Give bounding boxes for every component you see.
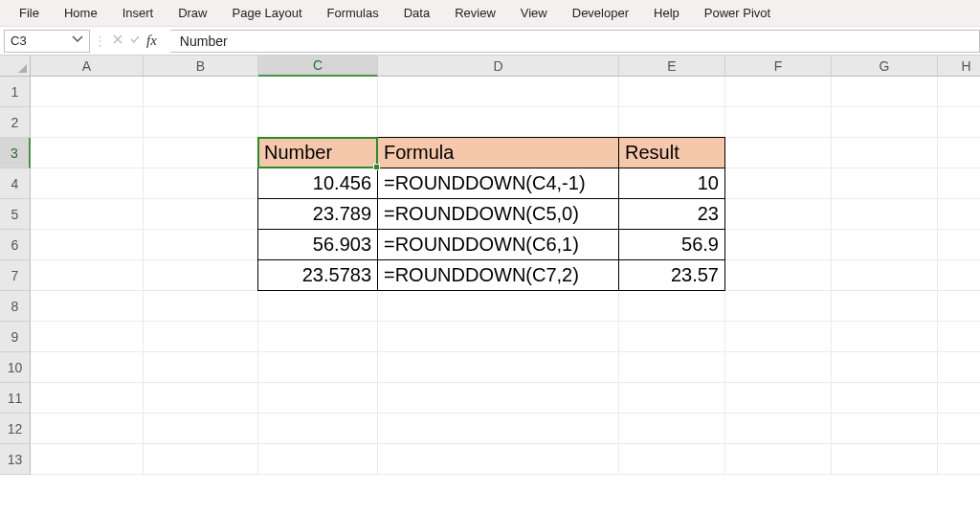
ribbon-tab-home[interactable]: Home <box>53 2 109 24</box>
cell-A13[interactable] <box>31 444 144 475</box>
cell-B13[interactable] <box>144 444 258 475</box>
cell-E9[interactable] <box>619 322 725 352</box>
row-header-12[interactable]: 12 <box>0 414 31 444</box>
cell-H10[interactable] <box>938 352 980 383</box>
ribbon-tab-data[interactable]: Data <box>392 2 441 24</box>
cell-H3[interactable] <box>938 138 980 168</box>
cell-D7[interactable]: =ROUNDDOWN(C7,2) <box>377 259 619 291</box>
col-header-A[interactable]: A <box>31 56 144 77</box>
ribbon-tab-power-pivot[interactable]: Power Pivot <box>693 2 782 24</box>
ribbon-tab-page-layout[interactable]: Page Layout <box>221 2 314 24</box>
cell-B9[interactable] <box>144 322 258 352</box>
cell-C12[interactable] <box>258 414 378 444</box>
cell-B11[interactable] <box>144 383 258 414</box>
cell-E4[interactable]: 10 <box>618 168 725 199</box>
cell-G10[interactable] <box>832 352 938 383</box>
cell-F9[interactable] <box>725 322 832 352</box>
col-header-G[interactable]: G <box>832 56 938 77</box>
col-header-B[interactable]: B <box>144 56 258 77</box>
row-header-3[interactable]: 3 <box>0 138 31 168</box>
cell-C8[interactable] <box>258 291 378 322</box>
cell-B4[interactable] <box>144 168 258 199</box>
cell-H2[interactable] <box>938 107 980 138</box>
cell-E12[interactable] <box>619 414 725 444</box>
cell-H8[interactable] <box>938 291 980 322</box>
chevron-down-icon[interactable] <box>72 34 83 48</box>
cell-H13[interactable] <box>938 444 980 475</box>
name-box[interactable]: C3 <box>4 30 90 53</box>
cell-H11[interactable] <box>938 383 980 414</box>
select-all-corner[interactable] <box>0 56 31 77</box>
row-header-2[interactable]: 2 <box>0 107 31 138</box>
cell-A3[interactable] <box>31 138 144 168</box>
cell-F4[interactable] <box>725 168 832 199</box>
cell-B8[interactable] <box>144 291 258 322</box>
cell-G12[interactable] <box>832 414 938 444</box>
cell-E10[interactable] <box>619 352 725 383</box>
cell-C3[interactable]: Number <box>257 137 378 168</box>
cell-H9[interactable] <box>938 322 980 352</box>
cell-B1[interactable] <box>144 77 258 107</box>
col-header-C[interactable]: C <box>258 56 378 77</box>
cell-D13[interactable] <box>378 444 619 475</box>
ribbon-tab-file[interactable]: File <box>8 2 51 24</box>
ribbon-tab-draw[interactable]: Draw <box>167 2 218 24</box>
cell-C5[interactable]: 23.789 <box>257 198 378 230</box>
cell-B10[interactable] <box>144 352 258 383</box>
cell-G7[interactable] <box>832 260 938 291</box>
cell-A10[interactable] <box>31 352 144 383</box>
cell-C7[interactable]: 23.5783 <box>257 259 378 291</box>
cell-F3[interactable] <box>725 138 832 168</box>
cell-G11[interactable] <box>832 383 938 414</box>
cell-G5[interactable] <box>832 199 938 230</box>
cell-C4[interactable]: 10.456 <box>257 168 378 199</box>
cell-C9[interactable] <box>258 322 378 352</box>
cell-F10[interactable] <box>725 352 832 383</box>
ribbon-tab-view[interactable]: View <box>509 2 559 24</box>
col-header-F[interactable]: F <box>725 56 832 77</box>
cell-D11[interactable] <box>378 383 619 414</box>
col-header-D[interactable]: D <box>378 56 619 77</box>
cell-G6[interactable] <box>832 230 938 260</box>
enter-icon[interactable] <box>129 34 141 48</box>
cell-G13[interactable] <box>832 444 938 475</box>
cell-H4[interactable] <box>938 168 980 199</box>
cell-G4[interactable] <box>832 168 938 199</box>
cancel-icon[interactable] <box>112 34 123 48</box>
cell-B2[interactable] <box>144 107 258 138</box>
cell-C6[interactable]: 56.903 <box>257 229 378 260</box>
cell-A5[interactable] <box>31 199 144 230</box>
cell-A12[interactable] <box>31 414 144 444</box>
row-header-9[interactable]: 9 <box>0 322 31 352</box>
cell-A4[interactable] <box>31 168 144 199</box>
cell-D9[interactable] <box>378 322 619 352</box>
ribbon-tab-formulas[interactable]: Formulas <box>316 2 390 24</box>
cell-E8[interactable] <box>619 291 725 322</box>
col-header-H[interactable]: H <box>938 56 980 77</box>
cell-C2[interactable] <box>258 107 378 138</box>
row-header-4[interactable]: 4 <box>0 168 31 199</box>
cell-E13[interactable] <box>619 444 725 475</box>
row-header-10[interactable]: 10 <box>0 352 31 383</box>
row-header-11[interactable]: 11 <box>0 383 31 414</box>
cell-G8[interactable] <box>832 291 938 322</box>
col-header-E[interactable]: E <box>619 56 725 77</box>
cell-F13[interactable] <box>725 444 832 475</box>
cell-B5[interactable] <box>144 199 258 230</box>
row-header-7[interactable]: 7 <box>0 260 31 291</box>
cell-D4[interactable]: =ROUNDDOWN(C4,-1) <box>377 168 619 199</box>
cell-A1[interactable] <box>31 77 144 107</box>
ribbon-tab-insert[interactable]: Insert <box>111 2 166 24</box>
cell-F1[interactable] <box>725 77 832 107</box>
row-header-1[interactable]: 1 <box>0 77 31 107</box>
formula-input[interactable] <box>170 30 980 53</box>
cell-C11[interactable] <box>258 383 378 414</box>
cell-H5[interactable] <box>938 199 980 230</box>
row-header-5[interactable]: 5 <box>0 199 31 230</box>
cell-F7[interactable] <box>725 260 832 291</box>
cell-C10[interactable] <box>258 352 378 383</box>
cell-C1[interactable] <box>258 77 378 107</box>
cell-B12[interactable] <box>144 414 258 444</box>
cell-B3[interactable] <box>144 138 258 168</box>
cell-F5[interactable] <box>725 199 832 230</box>
